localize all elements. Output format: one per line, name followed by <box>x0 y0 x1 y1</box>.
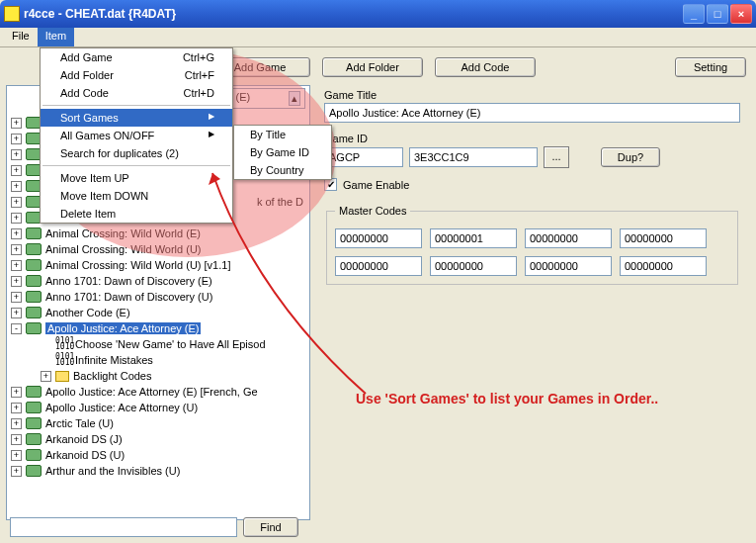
menu-move-down[interactable]: Move Item DOWN <box>41 187 232 205</box>
tree-label: Apollo Justice: Ace Attorney (E) <box>45 322 201 334</box>
find-button[interactable]: Find <box>243 517 298 537</box>
tree-label: Arkanoid DS (U) <box>45 449 125 461</box>
expand-icon[interactable]: + <box>11 165 22 176</box>
submenu-by-title[interactable]: By Title <box>234 126 331 143</box>
submenu-by-country[interactable]: By Country <box>234 161 331 179</box>
tree-label: Animal Crossing: Wild World (E) <box>45 227 201 239</box>
submenu-by-game-id[interactable]: By Game ID <box>234 143 331 161</box>
master-code-input-5[interactable] <box>430 256 517 276</box>
ds-icon <box>26 243 42 255</box>
tree-row[interactable]: +Anno 1701: Dawn of Discovery (E) <box>7 273 309 289</box>
binary-icon: 01011010 <box>55 338 71 350</box>
tree-row[interactable]: +Apollo Justice: Ace Attorney (U) <box>7 400 309 415</box>
tree-label: Choose 'New Game' to Have All Episod <box>75 338 266 350</box>
tree-row[interactable]: +Animal Crossing: Wild World (E) <box>7 226 309 241</box>
master-code-input-0[interactable] <box>335 228 422 248</box>
tree-label: Backlight Codes <box>73 370 152 382</box>
tree-row[interactable]: -Apollo Justice: Ace Attorney (E) <box>7 320 309 336</box>
ds-icon <box>26 465 42 477</box>
menu-search-duplicates[interactable]: Search for duplicates (2) <box>41 144 232 162</box>
ds-icon <box>26 291 42 303</box>
tree-row[interactable]: +Backlight Codes <box>7 368 309 384</box>
tree-label: Another Code (E) <box>45 307 130 318</box>
game-id1-input[interactable] <box>324 147 403 167</box>
menu-delete-item[interactable]: Delete Item <box>41 205 232 223</box>
expand-icon[interactable]: + <box>11 197 22 208</box>
menubar: File Item <box>0 28 756 47</box>
dup-button[interactable]: Dup? <box>601 147 660 167</box>
master-code-input-3[interactable] <box>620 228 707 248</box>
maximize-button[interactable]: □ <box>707 4 728 24</box>
tree-row[interactable]: 01011010Infinite Mistakes <box>7 352 309 368</box>
master-code-input-2[interactable] <box>525 228 612 248</box>
expand-icon[interactable]: + <box>11 403 22 413</box>
ds-icon <box>26 275 42 287</box>
tree-row[interactable]: +Another Code (E) <box>7 305 309 320</box>
menu-all-games-onoff[interactable]: All Games ON/OFF <box>41 127 232 144</box>
master-code-input-6[interactable] <box>525 256 612 276</box>
menu-file[interactable]: File <box>4 28 38 46</box>
add-code-button[interactable]: Add Code <box>435 57 536 77</box>
dropdown-arrow-icon[interactable]: ▴ <box>289 91 300 106</box>
master-codes-fieldset: Master Codes <box>326 205 738 285</box>
game-id2-input[interactable] <box>409 147 538 167</box>
menu-move-up[interactable]: Move Item UP <box>41 169 232 187</box>
expand-icon[interactable]: + <box>11 418 22 429</box>
tree-label: Arctic Tale (U) <box>45 417 114 429</box>
tree-label: Arthur and the Invisibles (U) <box>45 465 180 477</box>
expand-icon[interactable]: + <box>11 434 22 445</box>
tree-label: Arkanoid DS (J) <box>45 433 123 445</box>
expand-icon[interactable]: + <box>11 181 22 192</box>
game-title-input[interactable] <box>324 103 740 123</box>
tree-row[interactable]: +Arthur and the Invisibles (U) <box>7 463 309 479</box>
expand-icon[interactable]: + <box>11 387 22 398</box>
expand-icon[interactable]: + <box>11 134 22 144</box>
tree-row[interactable]: +Arkanoid DS (U) <box>7 447 309 463</box>
game-enable-checkbox[interactable]: ✔ Game Enable <box>324 178 740 191</box>
master-code-input-4[interactable] <box>335 256 422 276</box>
menu-add-folder[interactable]: Add FolderCtrl+F <box>41 66 232 84</box>
game-id-label: Game ID <box>324 133 740 144</box>
tree-label: Apollo Justice: Ace Attorney (E) [French… <box>45 386 258 398</box>
expand-icon[interactable]: + <box>11 213 22 224</box>
expand-icon[interactable]: + <box>11 292 22 303</box>
expand-icon[interactable]: + <box>11 260 22 271</box>
tree-row[interactable]: +Arctic Tale (U) <box>7 415 309 431</box>
browse-button[interactable]: ... <box>544 146 569 168</box>
menu-add-game[interactable]: Add GameCtrl+G <box>41 48 232 66</box>
tree-row[interactable]: +Arkanoid DS (J) <box>7 431 309 447</box>
expand-icon[interactable]: + <box>11 149 22 160</box>
titlebar: r4cce - CHEAT.dat {R4DAT} _ □ × <box>0 0 756 28</box>
menu-item[interactable]: Item <box>38 28 74 46</box>
minimize-button[interactable]: _ <box>683 4 705 24</box>
tree-label: Anno 1701: Dawn of Discovery (E) <box>45 275 212 287</box>
ds-icon <box>26 259 42 271</box>
expand-icon[interactable]: - <box>11 323 22 334</box>
master-code-input-1[interactable] <box>430 228 517 248</box>
tree-row[interactable]: +Animal Crossing: Wild World (U) [v1.1] <box>7 257 309 273</box>
expand-icon[interactable]: + <box>11 466 22 477</box>
master-code-input-7[interactable] <box>620 256 707 276</box>
add-folder-button[interactable]: Add Folder <box>322 57 423 77</box>
tree-label: Animal Crossing: Wild World (U) [v1.1] <box>45 259 230 271</box>
expand-icon[interactable]: + <box>11 450 22 461</box>
folder-icon <box>55 371 69 382</box>
expand-icon[interactable]: + <box>11 118 22 129</box>
tree-row[interactable]: +Animal Crossing: Wild World (U) <box>7 241 309 257</box>
game-enable-label: Game Enable <box>343 179 409 191</box>
menu-add-code[interactable]: Add CodeCtrl+D <box>41 84 232 102</box>
tree-row[interactable]: +Anno 1701: Dawn of Discovery (U) <box>7 289 309 305</box>
expand-icon[interactable]: + <box>11 276 22 287</box>
setting-button[interactable]: Setting <box>675 57 746 77</box>
find-input[interactable] <box>10 517 237 537</box>
menu-separator <box>42 105 230 106</box>
tree-row[interactable]: +Apollo Justice: Ace Attorney (E) [Frenc… <box>7 384 309 400</box>
expand-icon[interactable]: + <box>11 228 22 239</box>
menu-sort-games[interactable]: Sort Games <box>41 109 232 127</box>
close-button[interactable]: × <box>730 4 752 24</box>
tree-label: Animal Crossing: Wild World (U) <box>45 243 202 255</box>
expand-icon[interactable]: + <box>11 308 22 318</box>
expand-icon[interactable]: + <box>11 244 22 255</box>
tree-row[interactable]: 01011010Choose 'New Game' to Have All Ep… <box>7 336 309 352</box>
expand-icon[interactable]: + <box>41 371 51 382</box>
